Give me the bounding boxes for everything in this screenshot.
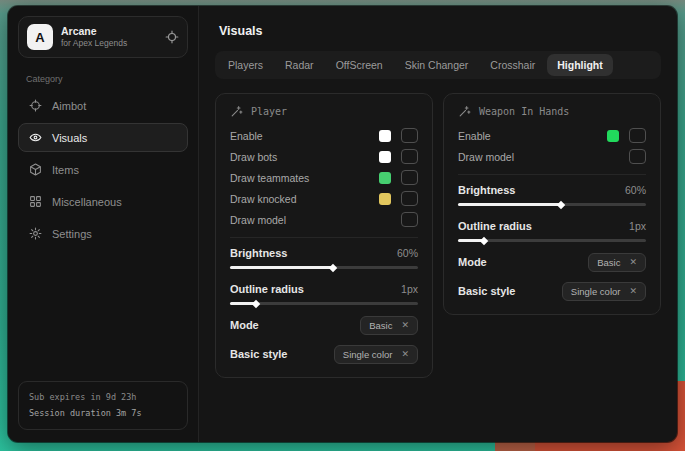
slider-thumb[interactable]: [329, 263, 337, 271]
panel-title: Weapon In Hands: [479, 106, 569, 117]
toggle-label: Draw model: [230, 214, 286, 226]
slider-label: Outline radius: [230, 283, 304, 295]
tab-radar[interactable]: Radar: [275, 54, 324, 76]
close-icon[interactable]: ✕: [401, 349, 409, 359]
outline-radius-slider[interactable]: [458, 239, 646, 242]
checkbox[interactable]: [401, 149, 418, 164]
slider-section: Brightness 60% Outline radius 1px Mod: [230, 237, 418, 364]
sidebar-item-label: Items: [52, 164, 79, 176]
gear-icon: [29, 227, 42, 240]
checkbox[interactable]: [401, 212, 418, 227]
color-swatch[interactable]: [379, 193, 391, 205]
mode-row: Mode Basic ✕: [458, 252, 646, 272]
sidebar-item-label: Miscellaneous: [52, 196, 122, 208]
sidebar: A Arcane for Apex Legends Category Aimbo…: [8, 6, 199, 442]
toggle-label: Draw knocked: [230, 193, 297, 205]
panel-title: Player: [251, 106, 287, 117]
player-panel-header: Player: [230, 105, 418, 118]
toggle-label: Enable: [458, 130, 491, 142]
close-icon[interactable]: ✕: [629, 257, 637, 267]
tab-offscreen[interactable]: OffScreen: [326, 54, 393, 76]
sidebar-item-label: Settings: [52, 228, 92, 240]
app-name: Arcane: [61, 25, 127, 38]
slider-value: 60%: [397, 247, 418, 259]
sidebar-item-miscellaneous[interactable]: Miscellaneous: [18, 187, 188, 216]
app-subtitle: for Apex Legends: [61, 38, 127, 49]
checkbox[interactable]: [401, 128, 418, 143]
page-title: Visuals: [219, 24, 661, 38]
grid-icon: [29, 195, 42, 208]
slider-label: Brightness: [230, 247, 287, 259]
sidebar-item-aimbot[interactable]: Aimbot: [18, 91, 188, 120]
tab-skin-changer[interactable]: Skin Changer: [395, 54, 479, 76]
toggle-row-enable: Enable: [230, 125, 418, 146]
sidebar-item-visuals[interactable]: Visuals: [18, 123, 188, 152]
mode-tag[interactable]: Basic ✕: [360, 316, 418, 335]
tab-highlight[interactable]: Highlight: [547, 54, 613, 76]
toggle-label: Draw bots: [230, 151, 277, 163]
tab-players[interactable]: Players: [218, 54, 273, 76]
app-header-card: A Arcane for Apex Legends: [18, 16, 188, 58]
outline-radius-slider[interactable]: [230, 302, 418, 305]
toggle-row-enable: Enable: [458, 125, 646, 146]
basic-style-tag[interactable]: Single color ✕: [562, 282, 646, 301]
sidebar-item-label: Aimbot: [52, 100, 86, 112]
tag-row-label: Basic style: [458, 285, 515, 297]
slider-thumb[interactable]: [557, 200, 565, 208]
sidebar-item-label: Visuals: [52, 132, 87, 144]
close-icon[interactable]: ✕: [401, 320, 409, 330]
basic-style-tag[interactable]: Single color ✕: [334, 345, 418, 364]
cheat-menu-window: A Arcane for Apex Legends Category Aimbo…: [8, 6, 677, 442]
toggle-row-draw-knocked: Draw knocked: [230, 188, 418, 209]
basic-style-row: Basic style Single color ✕: [230, 344, 418, 364]
brightness-slider[interactable]: [230, 266, 418, 269]
weapon-panel-header: Weapon In Hands: [458, 105, 646, 118]
tag-row-label: Mode: [458, 256, 487, 268]
checkbox[interactable]: [629, 128, 646, 143]
checkbox[interactable]: [401, 170, 418, 185]
app-logo: A: [27, 24, 53, 50]
weapon-in-hands-panel: Weapon In Hands Enable Draw model Bright…: [443, 93, 661, 315]
eye-icon: [29, 131, 42, 144]
subscription-info-card: Sub expires in 9d 23h Session duration 3…: [18, 381, 188, 430]
target-icon[interactable]: [165, 30, 179, 44]
checkbox[interactable]: [401, 191, 418, 206]
toggle-label: Draw model: [458, 151, 514, 163]
color-swatch[interactable]: [379, 130, 391, 142]
tab-bar: Players Radar OffScreen Skin Changer Cro…: [215, 51, 661, 79]
sub-expiry-text: Sub expires in 9d 23h: [29, 390, 177, 405]
wand-icon: [458, 105, 471, 118]
toggle-label: Enable: [230, 130, 263, 142]
color-swatch[interactable]: [607, 130, 619, 142]
toggle-row-draw-teammates: Draw teammates: [230, 167, 418, 188]
toggle-row-draw-model: Draw model: [458, 146, 646, 167]
panels-row: Player Enable Draw bots Draw teammates: [215, 93, 661, 378]
category-label: Category: [26, 74, 188, 84]
slider-thumb[interactable]: [252, 299, 260, 307]
slider-label: Brightness: [458, 184, 515, 196]
basic-style-row: Basic style Single color ✕: [458, 281, 646, 301]
slider-label: Outline radius: [458, 220, 532, 232]
tag-row-label: Mode: [230, 319, 259, 331]
toggle-row-draw-model: Draw model: [230, 209, 418, 230]
checkbox[interactable]: [629, 149, 646, 164]
mode-tag[interactable]: Basic ✕: [588, 253, 646, 272]
close-icon[interactable]: ✕: [629, 286, 637, 296]
tab-crosshair[interactable]: Crosshair: [480, 54, 545, 76]
sidebar-item-settings[interactable]: Settings: [18, 219, 188, 248]
main-content: Visuals Players Radar OffScreen Skin Cha…: [199, 6, 677, 442]
slider-thumb[interactable]: [480, 236, 488, 244]
mode-row: Mode Basic ✕: [230, 315, 418, 335]
color-swatch[interactable]: [379, 151, 391, 163]
player-panel: Player Enable Draw bots Draw teammates: [215, 93, 433, 378]
wand-icon: [230, 105, 243, 118]
brightness-slider[interactable]: [458, 203, 646, 206]
brightness-slider-head: Brightness 60%: [230, 243, 418, 263]
color-swatch[interactable]: [379, 172, 391, 184]
toggle-row-draw-bots: Draw bots: [230, 146, 418, 167]
brightness-slider-head: Brightness 60%: [458, 180, 646, 200]
outline-radius-slider-head: Outline radius 1px: [458, 216, 646, 236]
outline-radius-slider-head: Outline radius 1px: [230, 279, 418, 299]
slider-value: 1px: [629, 220, 646, 232]
sidebar-item-items[interactable]: Items: [18, 155, 188, 184]
